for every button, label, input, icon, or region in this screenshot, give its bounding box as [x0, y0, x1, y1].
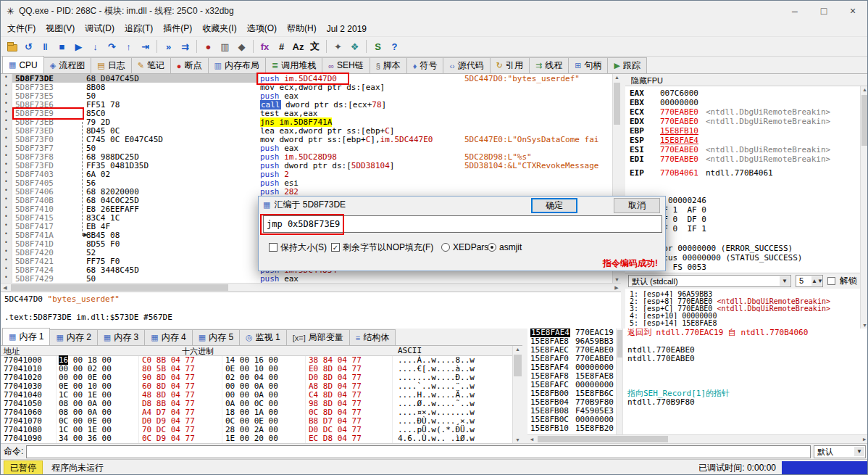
- trace-into-icon[interactable]: ⇉: [178, 39, 193, 54]
- disasm-row[interactable]: •5D8F73E985C0test eax,eax: [1, 109, 612, 117]
- dump-row[interactable]: 7704109034 00 36 000C D9 04 771E 00 20 0…: [1, 434, 512, 443]
- stop-icon[interactable]: ■: [54, 39, 70, 54]
- stack-pane[interactable]: 15E8FAE4770EAC19返回到 ntdll.770EAC19 自 ntd…: [527, 329, 868, 443]
- maximize-button[interactable]: □: [809, 1, 838, 21]
- tab-memory-3[interactable]: ▦内存 3: [97, 329, 145, 345]
- breakpoint-dot-icon[interactable]: •: [4, 91, 8, 98]
- scroll-down-icon[interactable]: ▼: [613, 277, 621, 282]
- disasm-row[interactable]: •5D8F740668 82020000push 282: [1, 187, 612, 196]
- step-into-icon[interactable]: ↓: [88, 39, 103, 54]
- disasm-row[interactable]: •5D8F73EB79 2Djns im.5D8F741A: [1, 117, 612, 126]
- scroll-up-icon[interactable]: ▲: [613, 75, 621, 80]
- command-input[interactable]: [26, 445, 811, 458]
- argument-row[interactable]: 1: [esp+4] 96A59BB3: [625, 290, 860, 297]
- close-button[interactable]: ×: [838, 1, 867, 21]
- scroll-left-icon[interactable]: ◀: [529, 437, 535, 442]
- disasm-row[interactable]: •5D8F73F868 988DC25Dpush im.5DC28D985DC2…: [1, 152, 612, 161]
- disasm-row[interactable]: •5D8F73E550push eax: [1, 91, 612, 100]
- breakpoint-dot-icon[interactable]: •: [4, 135, 8, 141]
- scroll-up-icon[interactable]: ▲: [513, 347, 522, 352]
- tab-trace[interactable]: ▶跟踪: [607, 57, 646, 73]
- step-out-icon[interactable]: ↑: [121, 39, 136, 54]
- tab-script[interactable]: §脚本: [370, 57, 407, 73]
- argument-row[interactable]: 2: [esp+8] 770EABE0 <ntdll.DbgUiRemoteBr…: [625, 297, 860, 305]
- disasm-row[interactable]: •5D8F73ED8D45 0Clea eax,dword ptr ss:[eb…: [1, 126, 612, 135]
- tab-threads[interactable]: ⇉线程: [529, 57, 569, 73]
- cancel-button[interactable]: 取消: [614, 198, 660, 213]
- help-icon[interactable]: ?: [387, 39, 402, 54]
- command-profile-select[interactable]: 默认▼: [814, 445, 866, 458]
- tab-cpu[interactable]: ▦CPU: [2, 56, 44, 73]
- assemble-dialog-titlebar[interactable]: ▦ 汇编于 5D8F73DE ×: [259, 197, 665, 212]
- plugin-icon[interactable]: ❖: [347, 39, 362, 54]
- breakpoint-dot-icon[interactable]: •: [4, 126, 8, 133]
- breakpoint-dot-icon[interactable]: •: [4, 170, 8, 176]
- tab-handles[interactable]: ⊞句柄: [568, 57, 608, 73]
- breakpoint-dot-icon[interactable]: •: [4, 161, 8, 168]
- radio-asmjit[interactable]: asmjit: [488, 241, 522, 253]
- register-row-eip[interactable]: EIP770B4061ntdll.770B4061: [625, 168, 860, 178]
- disasm-row[interactable]: •5D8F73DE68 D047C45Dpush im.5DC447D05DC4…: [1, 74, 612, 83]
- breakpoint-dot-icon[interactable]: •: [4, 265, 8, 272]
- strings-az-icon[interactable]: Az: [291, 39, 306, 54]
- breakpoint-dot-icon[interactable]: •: [4, 205, 8, 211]
- dump-pane[interactable]: 地址 十六进制 ASCII 7704100016 00 18 00C0 8B 0…: [1, 346, 512, 443]
- stack-hscrollbar[interactable]: ◀ ▶: [527, 434, 868, 443]
- tab-symbols[interactable]: ♦符号: [406, 57, 444, 73]
- register-row-ecx[interactable]: ECX770EABE0<ntdll.DbgUiRemoteBreakin>: [625, 107, 860, 117]
- dump-vscrollbar[interactable]: ▲ ▼: [512, 346, 522, 443]
- register-row-ebx[interactable]: EBX00000000: [625, 98, 860, 107]
- calling-convention-select[interactable]: 默认 (stdcall)▼: [628, 275, 791, 287]
- menu-debug[interactable]: 调试(D): [80, 21, 120, 36]
- breakpoint-dot-icon[interactable]: •: [4, 83, 8, 89]
- argument-row[interactable]: 5: [esp+14] 15E8FAE8: [625, 319, 860, 326]
- hide-fpu-button[interactable]: 隐藏FPU: [625, 74, 868, 86]
- memory-map-icon[interactable]: ▥: [217, 39, 233, 54]
- stack-row[interactable]: 15E8FB1015E8FB20: [527, 424, 868, 433]
- tab-memory-1[interactable]: ▦内存 1: [2, 328, 50, 345]
- register-row-eax[interactable]: EAX007C6000: [625, 88, 860, 98]
- settings-icon[interactable]: ✦: [330, 39, 346, 54]
- animate-into-icon[interactable]: »: [161, 39, 176, 54]
- breakpoint-dot-icon[interactable]: •: [4, 239, 8, 246]
- menu-plugins[interactable]: 插件(P): [158, 21, 197, 36]
- breakpoint-dot-icon[interactable]: •: [4, 74, 8, 80]
- breakpoint-dot-icon[interactable]: •: [4, 257, 8, 263]
- scroll-up-icon[interactable]: ▲: [861, 87, 868, 92]
- tab-call-stack[interactable]: ≣调用堆栈: [265, 57, 322, 73]
- breakpoint-dot-icon[interactable]: •: [4, 117, 8, 124]
- tab-memory-map[interactable]: ▥内存布局: [208, 57, 266, 73]
- scroll-right-icon[interactable]: ▶: [861, 437, 867, 442]
- scroll-right-icon[interactable]: ▶: [614, 285, 619, 291]
- tab-memory-4[interactable]: ▦内存 4: [144, 329, 192, 345]
- disasm-row[interactable]: •5D8F73F750push eax: [1, 144, 612, 152]
- menu-view[interactable]: 视图(V): [41, 21, 80, 36]
- checkbox-nop-fill[interactable]: ✓剩余字节以NOP填充(F): [331, 241, 433, 253]
- stack-vscrollbar[interactable]: [616, 329, 623, 434]
- scylla-icon[interactable]: S: [370, 39, 385, 54]
- tab-watch-1[interactable]: ◎监视 1: [239, 329, 287, 345]
- menu-options[interactable]: 选项(O): [242, 21, 282, 36]
- register-row-edx[interactable]: EDX770EABE0<ntdll.DbgUiRemoteBreakin>: [625, 117, 860, 126]
- run-icon[interactable]: ▶: [71, 39, 86, 54]
- tab-memory-2[interactable]: ▦内存 2: [49, 329, 97, 345]
- tab-graph[interactable]: ◈流程图: [43, 57, 91, 73]
- register-row-ebp[interactable]: EBP15E8FB10: [625, 126, 860, 136]
- scroll-down-icon[interactable]: ▼: [861, 323, 868, 328]
- menu-favourites[interactable]: 收藏夹(I): [197, 21, 241, 36]
- scroll-down-icon[interactable]: ▼: [513, 437, 522, 442]
- argument-row[interactable]: 4: [esp+10] 00000000: [625, 312, 860, 319]
- breakpoint-dot-icon[interactable]: •: [4, 187, 8, 194]
- highlight-fx-icon[interactable]: fx: [257, 39, 272, 54]
- run-to-cursor-icon[interactable]: ⇥: [138, 39, 153, 54]
- disasm-row[interactable]: •5D8F73F0C745 0C E047C45Dmov dword ptr s…: [1, 135, 612, 144]
- ok-button[interactable]: 确定: [531, 198, 577, 213]
- breakpoint-dot-icon[interactable]: •: [4, 222, 8, 228]
- radio-xedparse[interactable]: XEDParse: [441, 241, 493, 253]
- calculator-icon[interactable]: #: [274, 39, 289, 54]
- disasm-row[interactable]: •5D8F73E38B08mov ecx,dword ptr ds:[eax]: [1, 83, 612, 91]
- bottom-splitter[interactable]: [522, 329, 527, 443]
- breakpoint-dot-icon[interactable]: •: [4, 213, 8, 220]
- tab-breakpoints[interactable]: ●断点: [170, 57, 209, 73]
- open-file-icon[interactable]: [4, 39, 20, 54]
